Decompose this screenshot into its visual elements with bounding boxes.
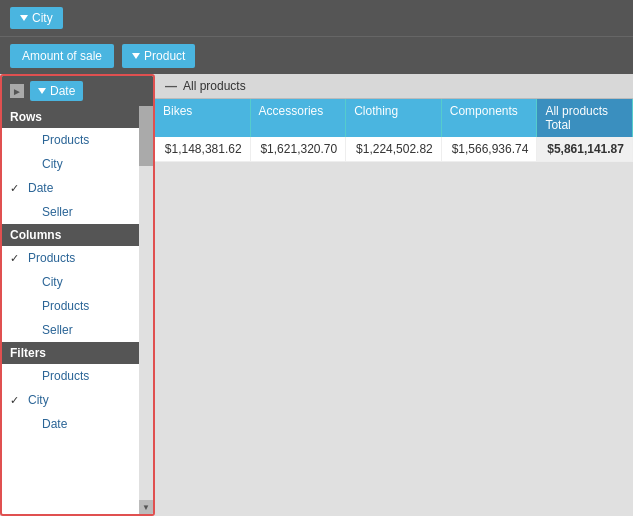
left-panel-header: ► Date bbox=[2, 76, 153, 106]
filter-item-products[interactable]: Products bbox=[2, 364, 153, 388]
left-panel: ► Date Rows Products City ✓ Date bbox=[0, 74, 155, 516]
scrollbar: ▲ ▼ bbox=[139, 106, 153, 514]
content-area: ► Date Rows Products City ✓ Date bbox=[0, 74, 633, 516]
col-header-components: Components bbox=[442, 99, 538, 137]
cell-clothing: $1,224,502.82 bbox=[346, 137, 442, 161]
row-item-date[interactable]: ✓ Date bbox=[2, 176, 153, 200]
col-item-seller[interactable]: Seller bbox=[2, 318, 153, 342]
amount-of-sale-button[interactable]: Amount of sale bbox=[10, 44, 114, 68]
date-dropdown-icon bbox=[38, 88, 46, 94]
row-item-products[interactable]: Products bbox=[2, 128, 153, 152]
col-item-products[interactable]: ✓ Products bbox=[2, 246, 153, 270]
amount-label: Amount of sale bbox=[22, 49, 102, 63]
col-item-products2[interactable]: Products bbox=[2, 294, 153, 318]
city-button[interactable]: City bbox=[10, 7, 63, 29]
toolbar: Amount of sale Product bbox=[0, 36, 633, 74]
checkmark-city-row bbox=[24, 158, 38, 170]
cell-total: $5,861,141.87 bbox=[537, 137, 633, 161]
list-panel: Rows Products City ✓ Date Seller Columns bbox=[2, 106, 153, 514]
date-button[interactable]: Date bbox=[30, 81, 83, 101]
product-dropdown-icon bbox=[132, 53, 140, 59]
col-header-total: All products Total bbox=[537, 99, 633, 137]
filter-item-city[interactable]: ✓ City bbox=[2, 388, 153, 412]
checkmark-date-filter bbox=[24, 418, 38, 430]
row-item-city[interactable]: City bbox=[2, 152, 153, 176]
checkmark-date-row: ✓ bbox=[10, 182, 24, 195]
cell-accessories: $1,621,320.70 bbox=[251, 137, 347, 161]
checkmark-city-col bbox=[24, 276, 38, 288]
checkmark-seller-col bbox=[24, 324, 38, 336]
column-headers: Bikes Accessories Clothing Components Al… bbox=[155, 99, 633, 137]
city-button-label: City bbox=[32, 11, 53, 25]
all-products-label: All products bbox=[183, 79, 246, 93]
checkmark-city-filter: ✓ bbox=[10, 394, 24, 407]
checkmark-products-col: ✓ bbox=[10, 252, 24, 265]
scrollbar-thumb[interactable] bbox=[139, 106, 153, 166]
col-header-accessories: Accessories bbox=[251, 99, 347, 137]
all-products-row: — All products bbox=[155, 74, 633, 99]
filters-section-header: Filters bbox=[2, 342, 153, 364]
data-table: Bikes Accessories Clothing Components Al… bbox=[155, 99, 633, 162]
date-button-label: Date bbox=[50, 84, 75, 98]
checkmark-products-row bbox=[24, 134, 38, 146]
main-content: — All products Bikes Accessories Clothin… bbox=[155, 74, 633, 516]
filter-item-date[interactable]: Date bbox=[2, 412, 153, 436]
col-header-clothing: Clothing bbox=[346, 99, 442, 137]
product-button[interactable]: Product bbox=[122, 44, 195, 68]
checkmark-products-filter bbox=[24, 370, 38, 382]
scroll-down-arrow[interactable]: ▼ bbox=[139, 500, 153, 514]
city-dropdown-icon bbox=[20, 15, 28, 21]
collapse-arrow[interactable]: ► bbox=[10, 84, 24, 98]
col-item-city[interactable]: City bbox=[2, 270, 153, 294]
rows-section-header: Rows bbox=[2, 106, 153, 128]
row-item-seller[interactable]: Seller bbox=[2, 200, 153, 224]
columns-section-header: Columns bbox=[2, 224, 153, 246]
checkmark-products2-col bbox=[24, 300, 38, 312]
collapse-icon: — bbox=[165, 79, 177, 93]
product-label: Product bbox=[144, 49, 185, 63]
col-header-bikes: Bikes bbox=[155, 99, 251, 137]
cell-components: $1,566,936.74 bbox=[442, 137, 538, 161]
cell-bikes: $1,148,381.62 bbox=[155, 137, 251, 161]
top-bar: City bbox=[0, 0, 633, 36]
table-row: $1,148,381.62 $1,621,320.70 $1,224,502.8… bbox=[155, 137, 633, 162]
checkmark-seller-row bbox=[24, 206, 38, 218]
